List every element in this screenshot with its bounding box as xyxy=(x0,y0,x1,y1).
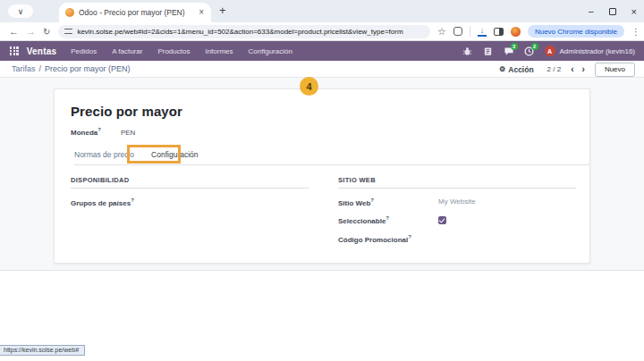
user-menu[interactable]: A Administrador (kevin16) xyxy=(545,46,635,56)
odoo-favicon-icon xyxy=(65,8,74,17)
forward-icon[interactable]: → xyxy=(26,26,36,37)
tab-close-icon[interactable]: × xyxy=(198,8,205,17)
breadcrumb-current: Precio por mayor (PEN) xyxy=(45,64,131,73)
restore-window-icon[interactable] xyxy=(609,8,616,15)
selectable-row: Seleccionable? xyxy=(338,215,576,225)
bookmark-star-icon[interactable]: ☆ xyxy=(437,26,446,38)
currency-label: Moneda? xyxy=(71,127,101,137)
status-url-bubble: https://kevin.solse.pe/web# xyxy=(0,345,85,356)
address-bar[interactable]: kevin.solse.pe/web#id=2&cids=1&menu_id=5… xyxy=(58,25,430,38)
form-sheet: Precio por mayor Moneda? PEN Normas de p… xyxy=(54,88,590,264)
menu-informes[interactable]: Informes xyxy=(205,47,233,55)
browser-tab-strip: ∨ Odoo - Precio por mayor (PEN) × + – × xyxy=(0,0,644,22)
toolbar-divider xyxy=(470,26,470,37)
group-disponibilidad: DISPONIBILIDAD Grupos de países? xyxy=(71,176,309,244)
chrome-update-chip[interactable]: Nuevo Chrome disponible xyxy=(528,25,624,38)
breadcrumb-separator: / xyxy=(39,64,42,73)
website-row: Sitio Web? My Website xyxy=(338,197,576,207)
documentation-book-icon[interactable] xyxy=(483,46,494,56)
menu-pedidos[interactable]: Pedidos xyxy=(71,47,97,55)
app-name-ventas[interactable]: Ventas xyxy=(27,46,56,56)
pager-previous-icon[interactable]: ‹ xyxy=(571,64,573,74)
site-info-icon[interactable] xyxy=(64,28,72,35)
breadcrumb-tarifas[interactable]: Tarifas xyxy=(12,64,36,73)
browser-tab-active[interactable]: Odoo - Precio por mayor (PEN) × xyxy=(59,3,211,22)
browser-toolbar: ← → ↻ kevin.solse.pe/web#id=2&cids=1&men… xyxy=(0,22,644,41)
new-tab-button[interactable]: + xyxy=(219,4,226,17)
url-text[interactable]: kevin.solse.pe/web#id=2&cids=1&menu_id=5… xyxy=(77,28,402,36)
odoo-navbar: Ventas Pedidos A facturar Productos Info… xyxy=(0,41,644,61)
browser-menu-icon[interactable]: ⋮ xyxy=(631,27,640,37)
debug-bug-icon[interactable] xyxy=(462,46,473,56)
tab-organizer-icon[interactable] xyxy=(453,27,462,36)
group-header-sitio-web: SITIO WEB xyxy=(338,176,576,189)
currency-value[interactable]: PEN xyxy=(121,129,135,137)
selectable-label: Seleccionable? xyxy=(338,215,438,225)
selectable-checkbox[interactable] xyxy=(438,216,446,224)
tab-search-button[interactable]: ∨ xyxy=(8,4,33,18)
menu-productos[interactable]: Productos xyxy=(157,47,190,55)
tab-normas-de-precio[interactable]: Normas de precio xyxy=(74,150,134,164)
user-avatar: A xyxy=(545,46,555,56)
website-value[interactable]: My Website xyxy=(438,197,476,206)
new-button[interactable]: Nuevo xyxy=(595,63,635,77)
reload-icon[interactable]: ↻ xyxy=(43,27,50,37)
action-label: Acción xyxy=(508,65,533,74)
breadcrumb: Tarifas / Precio por mayor (PEN) xyxy=(12,64,131,73)
promo-code-label: Código Promocional? xyxy=(338,234,438,244)
annotation-highlight-box xyxy=(127,145,181,164)
help-marker: ? xyxy=(131,197,134,203)
country-groups-label: Grupos de países? xyxy=(71,197,171,207)
group-sitio-web: SITIO WEB Sitio Web? My Website Seleccio… xyxy=(338,176,576,244)
country-groups-row: Grupos de países? xyxy=(71,197,309,207)
currency-field-row: Moneda? PEN xyxy=(71,127,589,137)
apps-grid-icon[interactable] xyxy=(10,46,19,55)
messages-chat-icon[interactable]: 3 xyxy=(504,46,514,56)
user-name: Administrador (kevin16) xyxy=(560,47,635,55)
help-marker: ? xyxy=(97,127,101,132)
menu-a-facturar[interactable]: A facturar xyxy=(112,47,142,55)
gear-icon: ⚙ xyxy=(499,65,505,73)
downloads-icon[interactable]: ↓ xyxy=(478,27,487,37)
window-close-icon[interactable]: × xyxy=(631,6,637,17)
activities-clock-icon[interactable]: 2 xyxy=(524,46,535,56)
side-panel-icon[interactable] xyxy=(494,28,504,36)
promo-code-row: Código Promocional? xyxy=(338,234,576,244)
menu-configuracion[interactable]: Configuración xyxy=(249,47,292,55)
chevron-down-icon: ∨ xyxy=(18,7,24,16)
group-header-disponibilidad: DISPONIBILIDAD xyxy=(71,176,309,189)
form-view-background: Precio por mayor Moneda? PEN Normas de p… xyxy=(0,78,644,271)
help-marker: ? xyxy=(408,234,411,239)
annotation-step-badge: 4 xyxy=(300,77,318,96)
website-label: Sitio Web? xyxy=(338,197,438,207)
pager-count: 2 / 2 xyxy=(547,65,562,73)
profile-avatar[interactable] xyxy=(511,27,521,37)
messages-count-badge: 3 xyxy=(511,43,518,50)
control-panel: Tarifas / Precio por mayor (PEN) ⚙ Acció… xyxy=(0,61,644,78)
page-title: Precio por mayor xyxy=(71,104,589,119)
browser-window: ∨ Odoo - Precio por mayor (PEN) × + – × … xyxy=(0,0,644,361)
activities-count-badge: 2 xyxy=(531,43,538,50)
help-marker: ? xyxy=(386,215,389,221)
action-menu-button[interactable]: ⚙ Acción xyxy=(499,65,534,74)
back-icon[interactable]: ← xyxy=(9,26,19,37)
minimize-icon[interactable]: – xyxy=(589,6,594,16)
pager-next-icon[interactable]: › xyxy=(582,64,585,74)
tab-title: Odoo - Precio por mayor (PEN) xyxy=(79,8,193,17)
help-marker: ? xyxy=(370,197,374,203)
